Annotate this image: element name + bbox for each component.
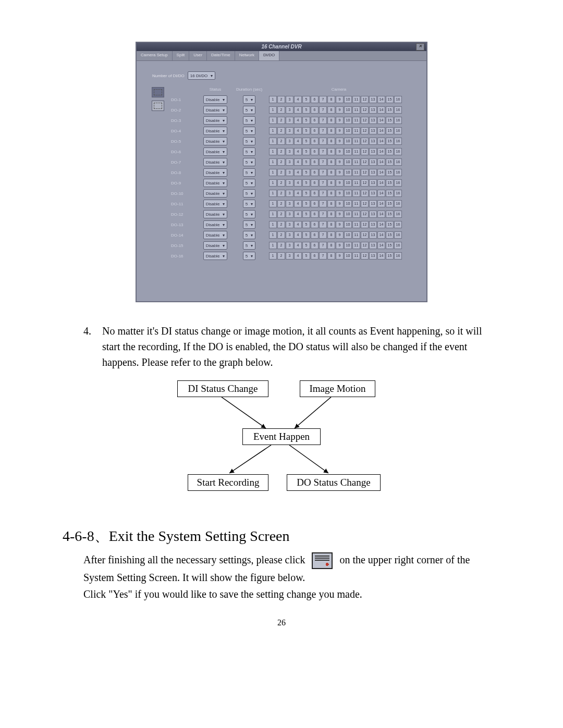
camera-toggle[interactable]: 8	[327, 148, 335, 155]
camera-toggle[interactable]: 2	[277, 148, 285, 155]
camera-toggle[interactable]: 12	[361, 190, 369, 197]
camera-toggle[interactable]: 11	[352, 231, 360, 239]
camera-toggle[interactable]: 3	[286, 221, 293, 228]
camera-toggle[interactable]: 15	[386, 211, 394, 218]
camera-toggle[interactable]: 4	[294, 138, 302, 145]
camera-toggle[interactable]: 8	[327, 179, 335, 187]
camera-toggle[interactable]: 6	[311, 242, 319, 249]
camera-toggle[interactable]: 1	[269, 106, 277, 114]
camera-toggle[interactable]: 4	[294, 106, 302, 114]
camera-toggle[interactable]: 12	[361, 242, 369, 249]
camera-toggle[interactable]: 10	[344, 96, 352, 103]
camera-toggle[interactable]: 15	[386, 179, 394, 187]
camera-toggle[interactable]: 16	[394, 169, 402, 176]
camera-toggle[interactable]: 6	[311, 211, 319, 218]
camera-toggle[interactable]: 6	[311, 158, 319, 166]
status-select[interactable]: Disable	[203, 106, 228, 114]
camera-toggle[interactable]: 15	[386, 158, 394, 166]
camera-toggle[interactable]: 7	[319, 221, 327, 228]
dvr-tab[interactable]: DI/DO	[259, 51, 279, 60]
camera-toggle[interactable]: 3	[286, 138, 293, 145]
camera-toggle[interactable]: 15	[386, 200, 394, 207]
duration-select[interactable]: 5	[243, 137, 255, 145]
camera-toggle[interactable]: 3	[286, 169, 293, 176]
camera-toggle[interactable]: 10	[344, 200, 352, 207]
camera-toggle[interactable]: 8	[327, 117, 335, 124]
close-icon[interactable]: ✕	[416, 43, 424, 51]
camera-toggle[interactable]: 11	[352, 252, 360, 260]
camera-toggle[interactable]: 15	[386, 169, 394, 176]
camera-toggle[interactable]: 5	[302, 117, 310, 124]
camera-toggle[interactable]: 2	[277, 242, 285, 249]
camera-toggle[interactable]: 5	[302, 200, 310, 207]
camera-toggle[interactable]: 9	[336, 158, 344, 166]
camera-toggle[interactable]: 4	[294, 242, 302, 249]
camera-toggle[interactable]: 16	[394, 242, 402, 249]
status-select[interactable]: Disable	[203, 137, 228, 145]
camera-toggle[interactable]: 14	[377, 148, 385, 155]
camera-toggle[interactable]: 6	[311, 252, 319, 260]
camera-toggle[interactable]: 2	[277, 96, 285, 103]
camera-toggle[interactable]: 6	[311, 200, 319, 207]
camera-toggle[interactable]: 16	[394, 190, 402, 197]
camera-toggle[interactable]: 14	[377, 231, 385, 239]
camera-toggle[interactable]: 6	[311, 117, 319, 124]
camera-toggle[interactable]: 1	[269, 96, 277, 103]
status-select[interactable]: Disable	[203, 189, 228, 198]
camera-toggle[interactable]: 13	[369, 138, 377, 145]
camera-toggle[interactable]: 3	[286, 179, 293, 187]
camera-toggle[interactable]: 5	[302, 148, 310, 155]
camera-toggle[interactable]: 16	[394, 211, 402, 218]
camera-toggle[interactable]: 11	[352, 169, 360, 176]
camera-toggle[interactable]: 15	[386, 190, 394, 197]
camera-toggle[interactable]: 7	[319, 190, 327, 197]
camera-toggle[interactable]: 8	[327, 127, 335, 134]
duration-select[interactable]: 5	[243, 241, 255, 250]
camera-toggle[interactable]: 12	[361, 158, 369, 166]
camera-toggle[interactable]: 6	[311, 106, 319, 114]
camera-toggle[interactable]: 13	[369, 231, 377, 239]
status-select[interactable]: Disable	[203, 95, 228, 104]
camera-toggle[interactable]: 8	[327, 96, 335, 103]
camera-toggle[interactable]: 12	[361, 148, 369, 155]
camera-toggle[interactable]: 1	[269, 221, 277, 228]
camera-toggle[interactable]: 2	[277, 252, 285, 260]
camera-toggle[interactable]: 16	[394, 158, 402, 166]
camera-toggle[interactable]: 9	[336, 242, 344, 249]
camera-toggle[interactable]: 1	[269, 169, 277, 176]
camera-toggle[interactable]: 11	[352, 190, 360, 197]
camera-toggle[interactable]: 4	[294, 179, 302, 187]
di-tab-icon[interactable]	[152, 87, 164, 97]
camera-toggle[interactable]: 5	[302, 127, 310, 134]
camera-toggle[interactable]: 11	[352, 96, 360, 103]
camera-toggle[interactable]: 6	[311, 138, 319, 145]
camera-toggle[interactable]: 9	[336, 127, 344, 134]
duration-select[interactable]: 5	[243, 189, 255, 198]
camera-toggle[interactable]: 14	[377, 106, 385, 114]
camera-toggle[interactable]: 9	[336, 200, 344, 207]
dvr-tab[interactable]: Date/Time	[207, 51, 235, 60]
camera-toggle[interactable]: 8	[327, 169, 335, 176]
camera-toggle[interactable]: 12	[361, 96, 369, 103]
camera-toggle[interactable]: 12	[361, 106, 369, 114]
camera-toggle[interactable]: 5	[302, 221, 310, 228]
camera-toggle[interactable]: 12	[361, 169, 369, 176]
camera-toggle[interactable]: 11	[352, 179, 360, 187]
dvr-tab[interactable]: User	[189, 51, 207, 60]
camera-toggle[interactable]: 5	[302, 211, 310, 218]
camera-toggle[interactable]: 15	[386, 127, 394, 134]
camera-toggle[interactable]: 13	[369, 158, 377, 166]
camera-toggle[interactable]: 11	[352, 138, 360, 145]
camera-toggle[interactable]: 1	[269, 179, 277, 187]
camera-toggle[interactable]: 11	[352, 158, 360, 166]
camera-toggle[interactable]: 15	[386, 252, 394, 260]
camera-toggle[interactable]: 7	[319, 200, 327, 207]
camera-toggle[interactable]: 10	[344, 148, 352, 155]
camera-toggle[interactable]: 9	[336, 117, 344, 124]
status-select[interactable]: Disable	[203, 252, 228, 260]
camera-toggle[interactable]: 7	[319, 117, 327, 124]
camera-toggle[interactable]: 8	[327, 106, 335, 114]
camera-toggle[interactable]: 9	[336, 179, 344, 187]
camera-toggle[interactable]: 16	[394, 200, 402, 207]
camera-toggle[interactable]: 11	[352, 127, 360, 134]
